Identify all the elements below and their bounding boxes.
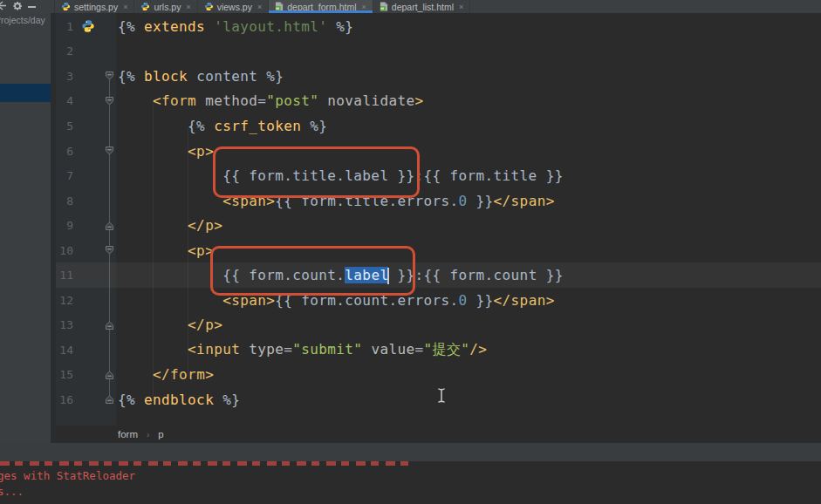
tab-views-py[interactable]: views.py× (198, 0, 270, 13)
python-gutter-icon[interactable] (73, 19, 103, 33)
fold-marker[interactable] (103, 394, 116, 405)
tabs-container: settings.py× urls.py× views.py× depart_f… (55, 0, 470, 13)
chevron-right-icon: › (147, 430, 149, 439)
code-line-11[interactable]: 11 {{ form.count.label }}:{{ form.count … (56, 262, 821, 288)
code-editor[interactable]: 1 {% extends 'layout.html' %}23{% block … (56, 13, 821, 426)
close-icon[interactable]: × (186, 3, 190, 11)
code-text: <p> (116, 242, 214, 259)
code-line-8[interactable]: 8 <span>{{ form.title.errors.0 }}</span> (56, 188, 821, 214)
line-number[interactable]: 9 (56, 219, 73, 232)
project-panel-toolbar (0, 0, 55, 13)
editor-tab-bar: settings.py× urls.py× views.py× depart_f… (0, 0, 821, 13)
run-console[interactable]: ges with StatReloader s... (0, 461, 821, 504)
pycharm-window: settings.py× urls.py× views.py× depart_f… (0, 0, 821, 504)
close-icon[interactable]: × (123, 3, 127, 11)
line-number[interactable]: 13 (56, 318, 73, 331)
selected-text: label (345, 267, 388, 283)
tab-depart_form-html[interactable]: depart_form.html× (269, 0, 373, 13)
fold-open-icon (105, 71, 114, 81)
close-icon[interactable]: × (362, 3, 366, 11)
code-line-5[interactable]: 5 {% csrf_token %} (56, 113, 821, 139)
html-file-icon (275, 2, 284, 11)
fold-marker[interactable] (103, 370, 116, 380)
fold-close-icon (105, 221, 114, 231)
line-number[interactable]: 6 (56, 145, 73, 158)
code-line-12[interactable]: 12 <span>{{ form.count.errors.0 }}</span… (56, 288, 821, 313)
fold-open-icon (105, 245, 114, 255)
line-number[interactable]: 1 (56, 20, 73, 33)
code-line-2[interactable]: 2 (56, 39, 821, 65)
code-text: {% csrf_token %} (116, 118, 327, 134)
sidebar-selected-row[interactable] (0, 84, 51, 102)
code-line-6[interactable]: 6 <p> (56, 139, 821, 164)
minimize-icon[interactable] (28, 6, 36, 8)
fold-marker[interactable] (103, 71, 116, 81)
python-file-icon (204, 2, 214, 11)
tab-label: depart_form.html (287, 2, 356, 12)
code-line-13[interactable]: 13 </p> (56, 313, 821, 338)
breadcrumb: form › p (56, 426, 821, 443)
python-file-icon (140, 2, 150, 11)
line-number[interactable]: 11 (56, 269, 73, 282)
code-line-16[interactable]: 16{% endblock %} (56, 387, 821, 412)
code-line-7[interactable]: 7 {{ form.title.label }}:{{ form.title }… (56, 163, 821, 188)
fold-open-icon (105, 146, 114, 156)
code-line-10[interactable]: 10 <p> (56, 238, 821, 263)
gear-icon[interactable] (12, 1, 23, 13)
console-clipped-line (0, 461, 410, 466)
code-text: {% block content %} (116, 68, 284, 85)
run-toolwindow-bar[interactable] (0, 443, 821, 461)
code-text: {% endblock %} (116, 392, 240, 408)
breadcrumb-item-p[interactable]: p (158, 429, 163, 439)
code-text: </p> (116, 317, 222, 333)
line-number[interactable]: 14 (56, 344, 73, 357)
line-number[interactable]: 4 (56, 94, 73, 107)
line-number[interactable]: 8 (56, 194, 73, 208)
line-number[interactable]: 3 (56, 70, 73, 83)
code-text: {% extends 'layout.html' %} (116, 18, 353, 35)
fold-marker[interactable] (103, 221, 116, 231)
line-number[interactable]: 16 (56, 393, 73, 406)
python-file-icon (61, 2, 71, 11)
html-file-icon (275, 2, 284, 11)
code-text: <span>{{ form.title.errors.0 }}</span> (116, 193, 555, 209)
line-number[interactable]: 10 (56, 244, 73, 257)
fold-marker[interactable] (103, 245, 116, 255)
code-line-3[interactable]: 3{% block content %} (56, 64, 821, 89)
code-text: <p> (116, 143, 214, 160)
line-number[interactable]: 7 (56, 169, 73, 182)
python-file-icon (140, 2, 150, 11)
console-output-line: s... (0, 485, 24, 498)
code-line-4[interactable]: 4 <form method="post" novalidate> (56, 89, 821, 114)
tab-settings-py[interactable]: settings.py× (55, 0, 134, 13)
code-text: <input type="submit" value="提交"/> (116, 341, 487, 359)
tab-urls-py[interactable]: urls.py× (134, 0, 197, 13)
code-text: </form> (116, 366, 214, 383)
code-area: 1 {% extends 'layout.html' %}23{% block … (56, 14, 821, 412)
code-text: </p> (116, 217, 222, 234)
tab-depart_list-html[interactable]: depart_list.html× (373, 0, 470, 13)
project-sidebar[interactable]: Projects/day (0, 13, 51, 443)
panel-arrow-icon[interactable] (0, 1, 7, 12)
line-number[interactable]: 12 (56, 294, 73, 307)
fold-marker[interactable] (103, 146, 116, 156)
fold-open-icon (105, 96, 114, 106)
fold-close-icon (105, 370, 114, 380)
code-text: {{ form.count.label }}:{{ form.count }} (116, 267, 564, 284)
line-number[interactable]: 5 (56, 119, 73, 133)
breadcrumb-item-form[interactable]: form (118, 429, 138, 439)
line-number[interactable]: 15 (56, 368, 73, 381)
fold-close-icon (105, 320, 114, 330)
code-text: <form method="post" novalidate> (116, 92, 423, 109)
code-line-9[interactable]: 9 </p> (56, 213, 821, 238)
code-line-14[interactable]: 14 <input type="submit" value="提交"/> (56, 337, 821, 363)
close-icon[interactable]: × (257, 3, 262, 11)
fold-marker[interactable] (103, 96, 116, 106)
fold-marker[interactable] (103, 320, 116, 330)
fold-close-icon (105, 394, 114, 405)
close-icon[interactable]: × (459, 3, 463, 11)
line-number[interactable]: 2 (56, 44, 73, 58)
project-path-label: Projects/day (0, 15, 51, 25)
code-line-15[interactable]: 15 </form> (56, 363, 821, 388)
code-line-1[interactable]: 1 {% extends 'layout.html' %} (56, 14, 821, 39)
